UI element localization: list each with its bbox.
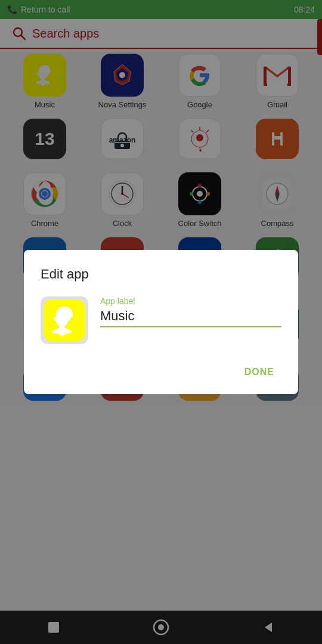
modal-app-icon: [41, 296, 88, 344]
done-button[interactable]: DONE: [237, 362, 281, 382]
edit-app-modal: Edit app App label DONE: [24, 250, 298, 394]
modal-body: App label: [41, 296, 281, 344]
modal-overlay[interactable]: Edit app App label DONE: [0, 0, 322, 644]
field-label: App label: [100, 296, 281, 306]
app-label-input[interactable]: [100, 308, 281, 327]
modal-field[interactable]: App label: [100, 296, 281, 327]
modal-title: Edit app: [41, 267, 281, 282]
modal-actions: DONE: [41, 362, 281, 382]
